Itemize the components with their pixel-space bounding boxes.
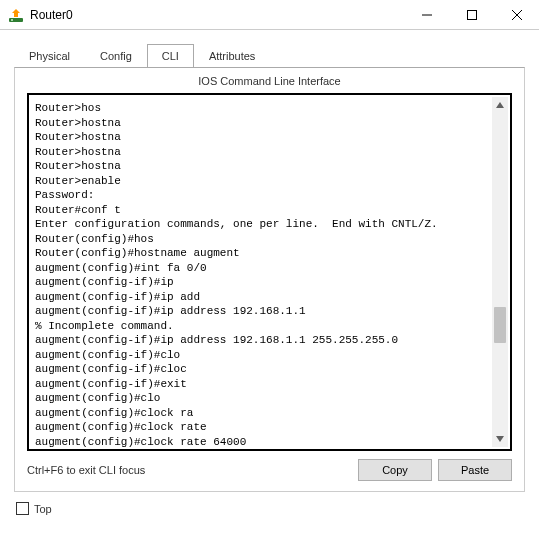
top-checkbox-label: Top xyxy=(34,503,52,515)
scrollbar[interactable] xyxy=(492,97,508,447)
svg-rect-1 xyxy=(11,19,13,21)
tab-cli[interactable]: CLI xyxy=(147,44,194,67)
tabs: Physical Config CLI Attributes xyxy=(0,30,539,67)
window-controls xyxy=(404,0,539,29)
top-checkbox[interactable] xyxy=(16,502,29,515)
window-title: Router0 xyxy=(30,8,404,22)
app-icon xyxy=(8,7,24,23)
bottom-bar: Top xyxy=(0,492,539,525)
svg-rect-3 xyxy=(467,11,476,20)
paste-button[interactable]: Paste xyxy=(438,459,512,481)
scroll-up-arrow[interactable] xyxy=(492,97,508,113)
copy-button[interactable]: Copy xyxy=(358,459,432,481)
close-button[interactable] xyxy=(494,0,539,30)
button-row: Ctrl+F6 to exit CLI focus Copy Paste xyxy=(15,451,524,491)
scroll-down-arrow[interactable] xyxy=(492,431,508,447)
panel-heading: IOS Command Line Interface xyxy=(15,68,524,93)
cli-terminal[interactable]: Router>hos Router>hostna Router>hostna R… xyxy=(27,93,512,451)
tab-physical[interactable]: Physical xyxy=(14,44,85,67)
tab-config[interactable]: Config xyxy=(85,44,147,67)
titlebar: Router0 xyxy=(0,0,539,30)
focus-hint: Ctrl+F6 to exit CLI focus xyxy=(27,464,352,476)
cli-panel: IOS Command Line Interface Router>hos Ro… xyxy=(14,67,525,492)
maximize-button[interactable] xyxy=(449,0,494,30)
cli-text: Router>hos Router>hostna Router>hostna R… xyxy=(35,101,492,449)
tab-attributes[interactable]: Attributes xyxy=(194,44,270,67)
scroll-thumb[interactable] xyxy=(494,307,506,343)
minimize-button[interactable] xyxy=(404,0,449,30)
